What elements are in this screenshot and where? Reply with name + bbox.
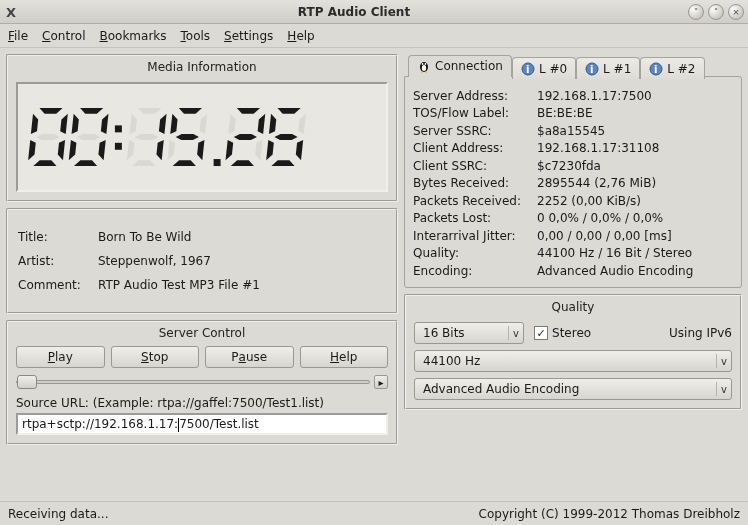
slider-end-button[interactable]: ▸ bbox=[374, 375, 388, 389]
svg-marker-39 bbox=[277, 108, 301, 114]
comment-label: Comment: bbox=[18, 278, 98, 292]
server-control-title: Server Control bbox=[8, 322, 396, 342]
svg-marker-30 bbox=[175, 134, 199, 140]
svg-marker-7 bbox=[36, 134, 60, 140]
tab-l2-label: L #2 bbox=[667, 62, 695, 76]
menu-settings[interactable]: Settings bbox=[224, 29, 273, 43]
packets-lost-value: 0 0,0% / 0,0% / 0,0% bbox=[537, 211, 663, 225]
source-url-input[interactable]: rtpa+sctp://192.168.1.17:7500/Test.list bbox=[16, 413, 388, 435]
tab-l1-label: L #1 bbox=[603, 62, 631, 76]
svg-point-49 bbox=[425, 63, 427, 65]
bits-combo[interactable]: 16 Bits v bbox=[414, 322, 524, 344]
penguin-icon bbox=[417, 59, 431, 73]
ipv6-label: Using IPv6 bbox=[669, 326, 732, 340]
svg-marker-17 bbox=[138, 108, 162, 114]
minimize-button[interactable]: ˅ bbox=[688, 4, 704, 20]
artist-label: Artist: bbox=[18, 254, 98, 268]
packets-received-value: 2252 (0,00 KiB/s) bbox=[537, 194, 641, 208]
app-icon: X bbox=[4, 4, 20, 20]
server-ssrc-value: $a8a15545 bbox=[537, 124, 605, 138]
bytes-received-value: 2895544 (2,76 MiB) bbox=[537, 176, 656, 190]
menubar: File Control Bookmarks Tools Settings He… bbox=[0, 24, 748, 48]
svg-marker-38 bbox=[233, 134, 257, 140]
tab-l0[interactable]: i L #0 bbox=[512, 57, 576, 79]
position-slider[interactable]: ▸ bbox=[16, 374, 388, 390]
quality-panel: Quality 16 Bits v ✓ Stereo Using IPv6 44… bbox=[404, 294, 742, 410]
play-button[interactable]: Play bbox=[16, 346, 105, 368]
packets-lost-label: Packets Lost: bbox=[413, 211, 537, 225]
tab-l2[interactable]: i L #2 bbox=[640, 57, 704, 79]
svg-marker-32 bbox=[236, 108, 260, 114]
svg-marker-27 bbox=[173, 160, 197, 166]
quality-label: Quality: bbox=[413, 246, 537, 260]
svg-marker-6 bbox=[31, 114, 39, 134]
svg-marker-28 bbox=[167, 140, 175, 160]
svg-marker-42 bbox=[271, 160, 295, 166]
pause-button[interactable]: Pause bbox=[205, 346, 294, 368]
menu-tools[interactable]: Tools bbox=[181, 29, 211, 43]
menu-control[interactable]: Control bbox=[42, 29, 85, 43]
encoding-combo-value: Advanced Audio Encoding bbox=[423, 382, 579, 396]
svg-marker-19 bbox=[156, 140, 164, 160]
svg-text:i: i bbox=[526, 64, 529, 75]
svg-marker-23 bbox=[135, 134, 159, 140]
client-address-label: Client Address: bbox=[413, 141, 537, 155]
svg-marker-1 bbox=[39, 108, 63, 114]
tab-connection-label: Connection bbox=[435, 59, 503, 73]
client-ssrc-label: Client SSRC: bbox=[413, 159, 537, 173]
jitter-label: Interarrival Jitter: bbox=[413, 229, 537, 243]
stop-button[interactable]: Stop bbox=[111, 346, 200, 368]
encoding-value: Advanced Audio Encoding bbox=[537, 264, 693, 278]
svg-marker-18 bbox=[159, 114, 167, 134]
title-value: Born To Be Wild bbox=[98, 230, 191, 244]
svg-marker-11 bbox=[74, 160, 98, 166]
packets-received-label: Packets Received: bbox=[413, 194, 537, 208]
statusbar: Receiving data... Copyright (C) 1999-201… bbox=[0, 501, 748, 525]
info-icon: i bbox=[585, 62, 599, 76]
svg-marker-34 bbox=[255, 140, 263, 160]
track-info-panel: Title:Born To Be Wild Artist:Steppenwolf… bbox=[6, 208, 398, 314]
svg-marker-8 bbox=[79, 108, 103, 114]
rate-combo[interactable]: 44100 Hz v bbox=[414, 350, 732, 372]
client-address-value: 192.168.1.17:31108 bbox=[537, 141, 659, 155]
svg-marker-14 bbox=[77, 134, 101, 140]
svg-marker-24 bbox=[178, 108, 202, 114]
chevron-down-icon: v bbox=[721, 384, 727, 395]
tab-connection[interactable]: Connection bbox=[408, 55, 512, 77]
media-info-panel: Media Information bbox=[6, 54, 398, 202]
svg-marker-13 bbox=[72, 114, 80, 134]
comment-value: RTP Audio Test MP3 File #1 bbox=[98, 278, 260, 292]
svg-marker-40 bbox=[298, 114, 306, 134]
quality-panel-title: Quality bbox=[406, 296, 740, 316]
jitter-value: 0,00 / 0,00 / 0,00 [ms] bbox=[537, 229, 672, 243]
maximize-button[interactable]: ˄ bbox=[708, 4, 724, 20]
svg-marker-41 bbox=[295, 140, 303, 160]
tab-l0-label: L #0 bbox=[539, 62, 567, 76]
info-icon: i bbox=[649, 62, 663, 76]
window-title: RTP Audio Client bbox=[26, 5, 682, 19]
menu-help[interactable]: Help bbox=[287, 29, 314, 43]
client-ssrc-value: $c7230fda bbox=[537, 159, 601, 173]
tos-label: TOS/Flow Label: bbox=[413, 106, 537, 120]
menu-file[interactable]: File bbox=[8, 29, 28, 43]
rate-combo-value: 44100 Hz bbox=[423, 354, 480, 368]
stereo-checkbox[interactable]: ✓ bbox=[534, 326, 548, 340]
lcd-display bbox=[16, 82, 388, 192]
menu-bookmarks[interactable]: Bookmarks bbox=[99, 29, 166, 43]
svg-marker-29 bbox=[170, 114, 178, 134]
svg-marker-10 bbox=[98, 140, 106, 160]
chevron-down-icon: v bbox=[721, 356, 727, 367]
svg-marker-20 bbox=[132, 160, 156, 166]
titlebar: X RTP Audio Client ˅ ˄ × bbox=[0, 0, 748, 24]
tab-l1[interactable]: i L #1 bbox=[576, 57, 640, 79]
bytes-received-label: Bytes Received: bbox=[413, 176, 537, 190]
encoding-label: Encoding: bbox=[413, 264, 537, 278]
help-button[interactable]: Help bbox=[300, 346, 389, 368]
svg-marker-44 bbox=[269, 114, 277, 134]
close-button[interactable]: × bbox=[728, 4, 744, 20]
svg-marker-25 bbox=[199, 114, 207, 134]
server-control-panel: Server Control Play Stop Pause Help ▸ So… bbox=[6, 320, 398, 445]
svg-marker-2 bbox=[60, 114, 68, 134]
encoding-combo[interactable]: Advanced Audio Encoding v bbox=[414, 378, 732, 400]
connection-panel: Connection i L #0 i L #1 i bbox=[404, 54, 742, 288]
